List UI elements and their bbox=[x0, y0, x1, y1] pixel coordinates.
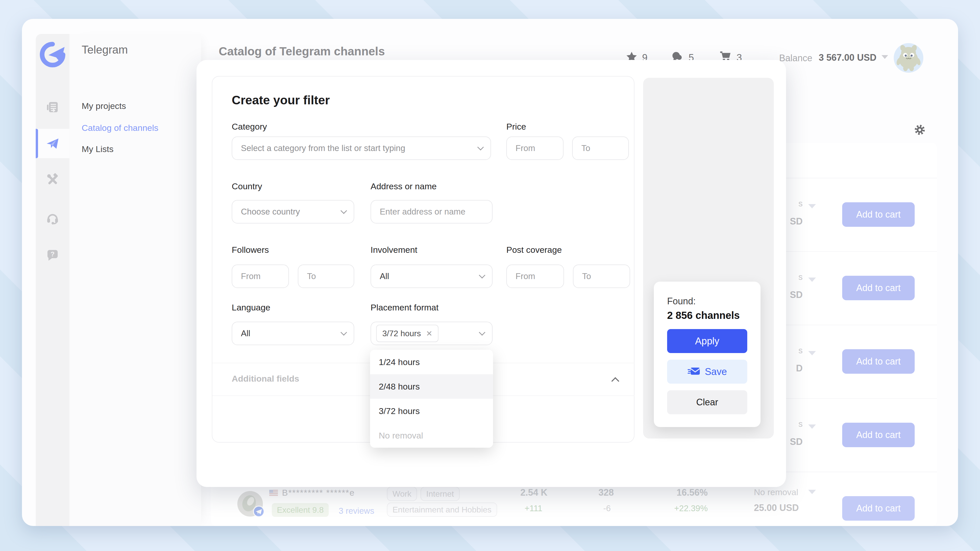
headset-icon bbox=[46, 221, 59, 225]
row-sort-caret-icon[interactable] bbox=[808, 278, 816, 282]
chevron-down-icon bbox=[477, 144, 484, 150]
balance-value[interactable]: 3 567.00 USD bbox=[819, 52, 877, 63]
rating-badge: Excellent 9.8 bbox=[272, 503, 329, 517]
tag-chip: Entertainment and Hobbies bbox=[387, 503, 497, 517]
news-icon bbox=[46, 110, 59, 114]
post-coverage-label: Post coverage bbox=[506, 245, 562, 255]
page-background: ? Telegram My projects Catalog of channe… bbox=[0, 0, 980, 551]
add-to-cart-button[interactable]: Add to cart bbox=[842, 276, 915, 300]
views-delta: -6 bbox=[565, 503, 611, 513]
add-to-cart-button[interactable]: Add to cart bbox=[842, 423, 915, 447]
views-value: 328 bbox=[568, 487, 614, 498]
involvement-label: Involvement bbox=[371, 245, 417, 255]
sidebar-item-my-projects-icon[interactable] bbox=[46, 100, 59, 114]
price-from-input[interactable] bbox=[506, 137, 563, 160]
country-label: Country bbox=[232, 181, 262, 191]
placement-format-select[interactable]: 3/72 hours ✕ bbox=[371, 322, 493, 345]
category-select[interactable]: Select a category from the list or start… bbox=[232, 137, 491, 160]
filter-summary-card: Found: 2 856 channels Apply Save Clear bbox=[654, 282, 760, 427]
sidebar-active-indicator bbox=[36, 129, 38, 158]
filter-modal: Create your filter Category Select a cat… bbox=[197, 60, 786, 487]
table-settings-button[interactable] bbox=[914, 124, 926, 136]
chevron-down-icon bbox=[340, 329, 347, 335]
channel-name[interactable]: B********* ******e bbox=[282, 488, 355, 498]
coverage-from-input[interactable] bbox=[506, 265, 564, 288]
sidebar-item-support-icon[interactable] bbox=[46, 211, 59, 225]
sidebar-item-my-projects[interactable]: My projects bbox=[82, 101, 126, 111]
subscribers-value: 2.54 K bbox=[491, 487, 547, 498]
gear-icon bbox=[914, 132, 926, 137]
balance-caret-icon[interactable] bbox=[881, 55, 888, 59]
apply-button[interactable]: Apply bbox=[667, 329, 747, 353]
row-sort-caret-icon[interactable] bbox=[808, 490, 816, 494]
monster-avatar-icon bbox=[893, 70, 924, 75]
save-button[interactable]: Save bbox=[667, 360, 747, 384]
language-select[interactable]: All bbox=[232, 322, 354, 345]
brand-logo-icon bbox=[40, 64, 65, 68]
price-label: Price bbox=[506, 122, 526, 132]
additional-fields-label: Additional fields bbox=[232, 374, 299, 384]
address-input[interactable] bbox=[371, 200, 493, 224]
user-avatar[interactable] bbox=[893, 42, 924, 74]
dropdown-option-2-48-hours[interactable]: 2/48 hours bbox=[370, 374, 493, 399]
country-select[interactable]: Choose country bbox=[232, 200, 354, 224]
svg-text:?: ? bbox=[51, 250, 55, 258]
app-window: ? Telegram My projects Catalog of channe… bbox=[22, 19, 958, 526]
found-label: Found: bbox=[667, 296, 696, 306]
page-title: Catalog of Telegram channels bbox=[219, 44, 385, 58]
add-to-cart-button[interactable]: Add to cart bbox=[842, 202, 915, 227]
price-value: 25.00 USD bbox=[754, 503, 799, 513]
channel-tags-row: Work Internet bbox=[387, 487, 460, 501]
found-value: 2 856 channels bbox=[667, 310, 740, 321]
chevron-down-icon bbox=[479, 272, 485, 278]
er-delta: +22.39% bbox=[657, 503, 708, 513]
address-label: Address or name bbox=[371, 181, 437, 191]
followers-to-input[interactable] bbox=[298, 265, 354, 288]
category-label: Category bbox=[232, 122, 267, 132]
placement-chip: 3/72 hours ✕ bbox=[376, 325, 438, 342]
row-sort-caret-icon[interactable] bbox=[808, 204, 816, 208]
subscribers-delta: +111 bbox=[486, 503, 542, 513]
send-mail-icon bbox=[687, 367, 701, 377]
reviews-link[interactable]: 3 reviews bbox=[339, 506, 374, 516]
chip-remove-icon[interactable]: ✕ bbox=[426, 329, 432, 338]
followers-label: Followers bbox=[232, 245, 269, 255]
placement-format-label: Placement format bbox=[371, 303, 438, 313]
sidebar-item-tools-icon[interactable] bbox=[46, 173, 59, 186]
sidebar-item-my-lists[interactable]: My Lists bbox=[82, 144, 114, 154]
add-to-cart-button[interactable]: Add to cart bbox=[842, 349, 915, 374]
price-to-input[interactable] bbox=[572, 137, 629, 160]
telegram-badge-icon bbox=[253, 505, 265, 518]
country-flag-icon bbox=[269, 490, 278, 496]
placement-format-dropdown: 1/24 hours 2/48 hours 3/72 hours No remo… bbox=[370, 350, 493, 448]
sidebar-item-help-icon[interactable]: ? bbox=[46, 248, 59, 262]
brand-name: Telegram bbox=[82, 43, 128, 56]
dropdown-option-no-removal[interactable]: No removal bbox=[370, 423, 493, 448]
country-placeholder: Choose country bbox=[241, 207, 342, 217]
chevron-down-icon bbox=[479, 329, 485, 335]
sidebar-item-catalog-of-channels[interactable]: Catalog of channels bbox=[82, 123, 159, 133]
row-sort-caret-icon[interactable] bbox=[808, 424, 816, 429]
row-sort-caret-icon[interactable] bbox=[808, 351, 816, 355]
category-placeholder: Select a category from the list or start… bbox=[241, 143, 478, 153]
tag-chip: Work bbox=[387, 487, 417, 501]
add-to-cart-button[interactable]: Add to cart bbox=[842, 496, 915, 521]
tag-chip: Internet bbox=[421, 487, 460, 501]
coverage-to-input[interactable] bbox=[573, 265, 630, 288]
dropdown-option-3-72-hours[interactable]: 3/72 hours bbox=[370, 399, 493, 423]
chevron-down-icon bbox=[340, 207, 347, 214]
followers-from-input[interactable] bbox=[232, 265, 289, 288]
format-value: No removal bbox=[754, 487, 798, 497]
sidebar-item-catalog-icon[interactable] bbox=[46, 137, 59, 150]
involvement-select[interactable]: All bbox=[371, 265, 493, 288]
modal-title: Create your filter bbox=[232, 93, 330, 107]
balance-label: Balance bbox=[779, 53, 812, 64]
app-logo[interactable] bbox=[40, 42, 65, 67]
clear-button[interactable]: Clear bbox=[667, 390, 747, 414]
er-value: 16.56% bbox=[657, 487, 708, 498]
language-value: All bbox=[241, 329, 342, 338]
paper-plane-icon bbox=[46, 146, 59, 151]
dropdown-option-1-24-hours[interactable]: 1/24 hours bbox=[370, 350, 493, 374]
tools-icon bbox=[46, 183, 59, 187]
involvement-value: All bbox=[380, 272, 480, 281]
